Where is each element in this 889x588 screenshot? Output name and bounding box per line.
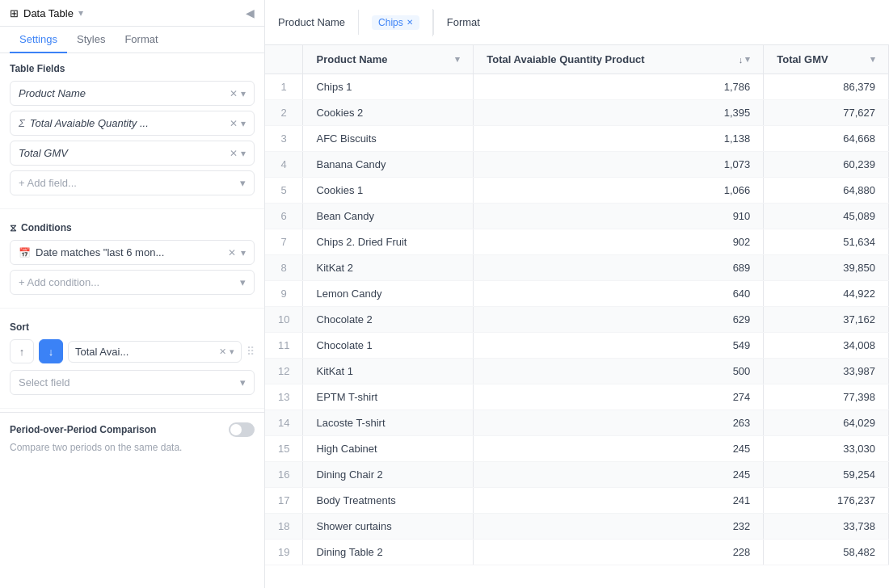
cell-gmv: 60,239 xyxy=(764,152,889,178)
tab-format[interactable]: Format xyxy=(115,27,167,53)
table-row: 18 Shower curtains 232 33,738 xyxy=(265,514,889,540)
cell-product-name: Chocolate 1 xyxy=(303,333,474,359)
cell-quantity: 228 xyxy=(474,540,764,565)
table-row: 7 Chips 2. Dried Fruit 902 51,634 xyxy=(265,229,889,255)
panel-title-text: Data Table xyxy=(23,7,74,19)
cell-product-name: Chocolate 2 xyxy=(303,307,474,333)
data-table: Product Name ▾ Total Avaiable Quantity P… xyxy=(265,45,889,565)
cell-rownum: 12 xyxy=(265,359,303,384)
right-panel: Product Name Chips ✕ Format Product Name… xyxy=(265,0,889,588)
format-label: Format xyxy=(433,10,493,35)
cell-quantity: 500 xyxy=(474,359,764,384)
select-field-chevron: ▾ xyxy=(240,376,246,388)
table-icon: ⊞ xyxy=(10,7,19,19)
calendar-icon: 📅 xyxy=(19,247,31,258)
sort-field-chevron[interactable]: ▾ xyxy=(230,346,234,357)
field-label-total-quantity: Total Avaiable Quantity ... xyxy=(30,117,149,129)
cell-gmv: 58,482 xyxy=(764,540,889,565)
col-dropdown-gmv[interactable]: ▾ xyxy=(870,54,875,65)
col-dropdown-quantity[interactable]: ▾ xyxy=(745,54,750,65)
top-bar-field-label: Product Name xyxy=(278,16,345,28)
select-field-label: Select field xyxy=(19,376,70,388)
sort-desc-button[interactable]: ↓ xyxy=(39,339,63,363)
cell-rownum: 19 xyxy=(265,540,303,565)
col-header-total-gmv[interactable]: Total GMV ▾ xyxy=(764,45,889,74)
cell-product-name: KitKat 1 xyxy=(303,359,474,384)
col-header-product-name[interactable]: Product Name ▾ xyxy=(303,45,474,74)
cell-product-name: Body Treatments xyxy=(303,488,474,514)
cell-product-name: High Cabinet xyxy=(303,436,474,462)
cell-rownum: 16 xyxy=(265,462,303,488)
col-dropdown-product[interactable]: ▾ xyxy=(455,54,460,65)
cell-quantity: 910 xyxy=(474,204,764,229)
cell-gmv: 64,029 xyxy=(764,410,889,436)
field-chevron-icon-3[interactable]: ▾ xyxy=(241,148,246,159)
conditions-header: ⧖ Conditions xyxy=(10,222,255,233)
table-fields-title: Table Fields xyxy=(10,63,255,74)
sort-field-selector[interactable]: Total Avai... ✕ ▾ xyxy=(68,341,242,363)
divider-3 xyxy=(0,408,264,409)
field-close-icon[interactable]: ✕ xyxy=(230,88,238,99)
table-body: 1 Chips 1 1,786 86,379 2 Cookies 2 1,395… xyxy=(265,74,889,565)
condition-item-date[interactable]: 📅 Date matches "last 6 mon... ✕ ▾ xyxy=(10,240,255,265)
cell-quantity: 689 xyxy=(474,255,764,281)
add-condition-button[interactable]: + Add condition... ▾ xyxy=(10,270,255,295)
sigma-icon: Σ xyxy=(19,117,25,129)
period-section: Period-over-Period Comparison Compare tw… xyxy=(0,412,264,463)
cell-rownum: 3 xyxy=(265,126,303,152)
field-item-product-name[interactable]: Product Name ✕ ▾ xyxy=(10,81,255,106)
period-toggle[interactable] xyxy=(229,422,255,437)
cell-rownum: 13 xyxy=(265,384,303,410)
field-item-total-gmv[interactable]: Total GMV ✕ ▾ xyxy=(10,141,255,166)
cell-quantity: 245 xyxy=(474,462,764,488)
col-sort-quantity: ↓ xyxy=(739,55,744,65)
cell-product-name: Banana Candy xyxy=(303,152,474,178)
table-row: 14 Lacoste T-shirt 263 64,029 xyxy=(265,410,889,436)
cell-rownum: 6 xyxy=(265,204,303,229)
cell-product-name: Lemon Candy xyxy=(303,281,474,307)
tab-styles[interactable]: Styles xyxy=(67,27,115,53)
cell-rownum: 15 xyxy=(265,436,303,462)
table-row: 5 Cookies 1 1,066 64,880 xyxy=(265,178,889,204)
cell-gmv: 34,008 xyxy=(764,333,889,359)
cell-gmv: 44,922 xyxy=(764,281,889,307)
cell-quantity: 1,786 xyxy=(474,74,764,100)
field-chevron-icon[interactable]: ▾ xyxy=(241,88,246,99)
chip-label: Chips xyxy=(378,17,403,28)
tab-settings[interactable]: Settings xyxy=(10,27,67,53)
field-item-total-quantity[interactable]: Σ Total Avaiable Quantity ... ✕ ▾ xyxy=(10,111,255,136)
sort-field-close[interactable]: ✕ xyxy=(219,346,226,357)
cell-product-name: AFC Biscuits xyxy=(303,126,474,152)
table-fields-section: Table Fields Product Name ✕ ▾ Σ Total Av… xyxy=(0,53,264,205)
cell-rownum: 9 xyxy=(265,281,303,307)
condition-close-icon[interactable]: ✕ xyxy=(228,247,236,258)
field-label-product-name: Product Name xyxy=(19,87,86,99)
chip-tag: Chips ✕ xyxy=(372,15,419,30)
condition-chevron-icon[interactable]: ▾ xyxy=(241,247,246,258)
cell-gmv: 33,987 xyxy=(764,359,889,384)
add-condition-label: + Add condition... xyxy=(19,276,99,288)
select-field-button[interactable]: Select field ▾ xyxy=(10,370,255,395)
field-chevron-icon-2[interactable]: ▾ xyxy=(241,118,246,129)
table-row: 15 High Cabinet 245 33,030 xyxy=(265,436,889,462)
field-close-icon-3[interactable]: ✕ xyxy=(230,148,238,159)
col-header-total-quantity[interactable]: Total Avaiable Quantity Product ↓ ▾ xyxy=(474,45,764,74)
panel-title: ⊞ Data Table ▾ xyxy=(10,7,83,19)
sort-asc-button[interactable]: ↑ xyxy=(10,339,34,363)
chip-close-icon[interactable]: ✕ xyxy=(407,18,413,27)
table-row: 16 Dining Chair 2 245 59,254 xyxy=(265,462,889,488)
add-field-button[interactable]: + Add field... ▾ xyxy=(10,170,255,195)
cell-product-name: KitKat 2 xyxy=(303,255,474,281)
panel-collapse-button[interactable]: ◀ xyxy=(246,6,255,19)
field-close-icon-2[interactable]: ✕ xyxy=(230,118,238,129)
table-header-row: Product Name ▾ Total Avaiable Quantity P… xyxy=(265,45,889,74)
cell-rownum: 11 xyxy=(265,333,303,359)
cell-gmv: 59,254 xyxy=(764,462,889,488)
cell-quantity: 245 xyxy=(474,436,764,462)
cell-gmv: 86,379 xyxy=(764,74,889,100)
cell-gmv: 33,738 xyxy=(764,514,889,540)
table-row: 2 Cookies 2 1,395 77,627 xyxy=(265,100,889,126)
cell-quantity: 1,073 xyxy=(474,152,764,178)
drag-handle[interactable]: ⠿ xyxy=(246,345,255,358)
cell-quantity: 902 xyxy=(474,229,764,255)
